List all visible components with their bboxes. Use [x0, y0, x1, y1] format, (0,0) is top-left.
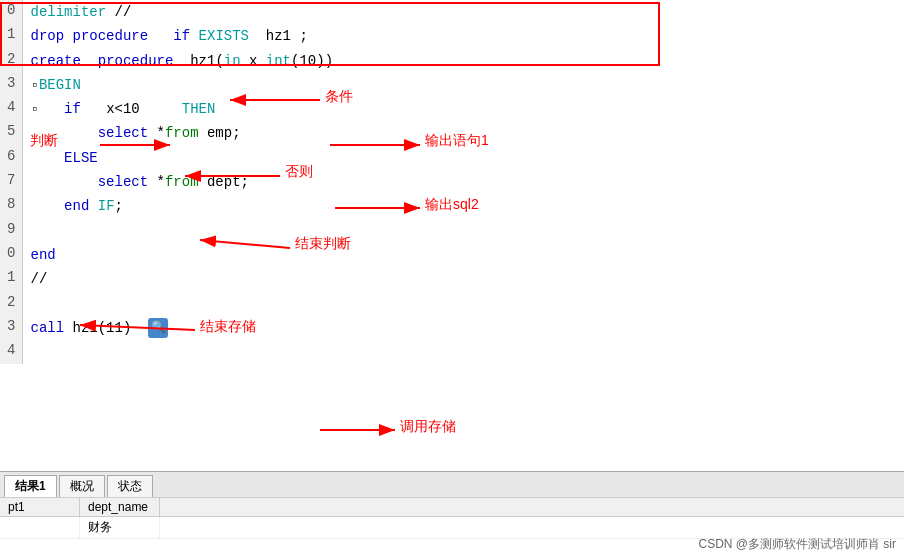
line-code: end	[22, 243, 904, 267]
line-code: ▫ if x<10 THEN	[22, 97, 904, 121]
code-line-5: 5 select *from emp;	[0, 121, 904, 145]
line-number: 1	[0, 24, 22, 48]
line-code: call hz1(11) 🔍	[22, 316, 904, 340]
code-line-7: 7 select *from dept;	[0, 170, 904, 194]
code-line-2: 2 create procedure hz1(in x int(10))	[0, 49, 904, 73]
line-code: ▫BEGIN	[22, 73, 904, 97]
line-code: select *from dept;	[22, 170, 904, 194]
code-line-3: 3 ▫BEGIN	[0, 73, 904, 97]
line-code	[22, 292, 904, 316]
line-number: 6	[0, 146, 22, 170]
line-number: 3	[0, 73, 22, 97]
bottom-tab-bar: 结果1 概况 状态	[0, 471, 904, 497]
line-number: 2	[0, 292, 22, 316]
line-number: 8	[0, 194, 22, 218]
line-code	[22, 219, 904, 243]
line-number: 4	[0, 340, 22, 364]
line-code: end IF;	[22, 194, 904, 218]
watermark: CSDN @多测师软件测试培训师肖 sir	[698, 536, 896, 553]
tab-results1[interactable]: 结果1	[4, 475, 57, 497]
code-line-0: 0 delimiter //	[0, 0, 904, 24]
line-code: ELSE	[22, 146, 904, 170]
tab-status[interactable]: 状态	[107, 475, 153, 497]
code-line-14: 4	[0, 340, 904, 364]
code-line-8: 8 end IF;	[0, 194, 904, 218]
line-code	[22, 340, 904, 364]
col-pt1: pt1	[0, 498, 80, 516]
code-line-12: 2	[0, 292, 904, 316]
code-line-10: 0 end	[0, 243, 904, 267]
line-number: 7	[0, 170, 22, 194]
code-line-6: 6 ELSE	[0, 146, 904, 170]
line-code: delimiter //	[22, 0, 904, 24]
line-number: 2	[0, 49, 22, 73]
code-editor: 条件 判断 输出语句1 否则 输出sql2 结束判断 结束存储 调用存储 0 d…	[0, 0, 904, 471]
line-code: select *from emp;	[22, 121, 904, 145]
search-icon[interactable]: 🔍	[148, 318, 168, 338]
cell-dept-name: 财务	[80, 517, 160, 538]
tab-overview[interactable]: 概况	[59, 475, 105, 497]
code-table: 0 delimiter // 1 drop procedure if EXIST…	[0, 0, 904, 364]
code-line-11: 1 //	[0, 267, 904, 291]
results-area: pt1 dept_name 财务 CSDN @多测师软件测试培训师肖 sir	[0, 497, 904, 557]
cell-pt1	[0, 517, 80, 538]
line-code: //	[22, 267, 904, 291]
col-dept-name: dept_name	[80, 498, 160, 516]
code-line-1: 1 drop procedure if EXISTS hz1 ;	[0, 24, 904, 48]
line-number: 1	[0, 267, 22, 291]
code-line-4: 4 ▫ if x<10 THEN	[0, 97, 904, 121]
line-number: 0	[0, 243, 22, 267]
results-header: pt1 dept_name	[0, 498, 904, 517]
line-number: 5	[0, 121, 22, 145]
code-line-13: 3 call hz1(11) 🔍	[0, 316, 904, 340]
line-code: drop procedure if EXISTS hz1 ;	[22, 24, 904, 48]
line-number: 3	[0, 316, 22, 340]
code-line-9: 9	[0, 219, 904, 243]
line-number: 0	[0, 0, 22, 24]
line-code: create procedure hz1(in x int(10))	[22, 49, 904, 73]
line-number: 9	[0, 219, 22, 243]
line-number: 4	[0, 97, 22, 121]
annotation-call-storage: 调用存储	[400, 418, 456, 436]
